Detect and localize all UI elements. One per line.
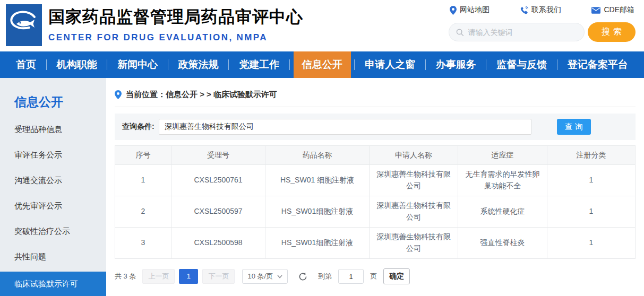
location-pin-icon	[450, 6, 457, 15]
sidebar-item-common-issues[interactable]: 共性问题	[0, 244, 106, 269]
chevron-down-icon	[277, 275, 282, 278]
cell-acceptance-no: CXSL2500761	[171, 165, 265, 196]
nav-item-registration-platform[interactable]: 登记备案平台	[561, 51, 634, 78]
cde-logo-icon	[6, 4, 42, 46]
sidebar-title: 信息公开	[0, 78, 106, 117]
col-header-indication: 适应症	[458, 146, 547, 165]
search-icon	[456, 28, 463, 37]
content: 信息公开 受理品种信息 审评任务公示 沟通交流公示 优先审评公示 突破性治疗公示…	[0, 78, 644, 296]
cell-drug-name: HS_SW01 细胞注射液	[265, 165, 370, 196]
goto-page-label: 到第	[318, 272, 332, 281]
cell-acceptance-no: CXSL2500598	[171, 228, 265, 259]
cell-registration-class: 1	[547, 228, 636, 259]
cell-acceptance-no: CXSL2500597	[171, 196, 265, 228]
prev-page-button[interactable]: 上一页	[142, 269, 175, 284]
nav-item-policy[interactable]: 政策法规	[172, 51, 225, 78]
header-right: 网站地图 联系我们 CDE邮箱 搜索	[449, 5, 636, 42]
sidebar-item-review-tasks[interactable]: 审评任务公示	[0, 142, 106, 168]
sitemap-link[interactable]: 网站地图	[450, 5, 490, 15]
cell-indication: 系统性硬化症	[458, 196, 547, 228]
breadcrumb-text: 当前位置：信息公开 > > 临床试验默示许可	[126, 90, 277, 100]
cell-index: 1	[115, 165, 171, 196]
sidebar-item-breakthrough-therapy[interactable]: 突破性治疗公示	[0, 219, 106, 244]
nav-separator	[107, 59, 107, 70]
query-button[interactable]: 查询	[557, 119, 591, 135]
next-page-button[interactable]: 下一页	[202, 269, 235, 284]
query-label: 查询条件:	[122, 122, 154, 132]
cell-index: 2	[115, 196, 171, 228]
mail-icon	[591, 7, 600, 14]
cell-applicant: 深圳惠善生物科技有限公司	[370, 228, 458, 259]
nav-item-news[interactable]: 新闻中心	[111, 51, 164, 78]
cell-drug-name: HS_SW01细胞注射液	[265, 196, 370, 228]
contact-link-label: 联系我们	[531, 5, 561, 15]
table-row: 1 CXSL2500761 HS_SW01 细胞注射液 深圳惠善生物科技有限公司…	[115, 165, 636, 196]
page-size-value: 10 条/页	[247, 272, 273, 281]
nav-separator	[557, 59, 557, 70]
col-header-index: 序号	[115, 146, 171, 165]
nav-item-services[interactable]: 办事服务	[430, 51, 483, 78]
mailbox-link[interactable]: CDE邮箱	[591, 5, 634, 15]
nav-separator	[486, 59, 486, 70]
nav-item-supervision[interactable]: 监督与反馈	[490, 51, 553, 78]
sidebar: 信息公开 受理品种信息 审评任务公示 沟通交流公示 优先审评公示 突破性治疗公示…	[0, 78, 106, 296]
confirm-button[interactable]: 确定	[383, 268, 410, 284]
col-header-acceptance-no: 受理号	[171, 146, 265, 165]
nav-separator	[289, 59, 290, 70]
header-search: 搜索	[449, 22, 636, 42]
cell-registration-class: 1	[547, 165, 636, 196]
goto-page-input[interactable]	[338, 269, 364, 284]
page-size-select[interactable]: 10 条/页	[242, 269, 288, 284]
nav-item-info-disclosure[interactable]: 信息公开	[294, 51, 351, 78]
page-unit-label: 页	[370, 272, 377, 281]
query-input[interactable]	[159, 119, 531, 135]
pagination: 共 3 条 上一页 1 下一页 10 条/页 到第 页 确定	[115, 268, 636, 284]
nav-item-party[interactable]: 党建工作	[233, 51, 286, 78]
cell-drug-name: HS_SW01细胞注射液	[265, 228, 370, 259]
nav-separator	[228, 59, 229, 70]
search-box[interactable]	[449, 23, 585, 41]
cell-applicant: 深圳惠善生物科技有限公司	[370, 165, 458, 196]
page-1-button[interactable]: 1	[179, 269, 198, 284]
nav-item-functions[interactable]: 机构职能	[50, 51, 104, 78]
site-title-en: CENTER FOR DRUG EVALUATION, NMPA	[48, 32, 303, 43]
refresh-icon	[298, 272, 307, 281]
nav-separator	[354, 59, 355, 70]
pagination-total: 共 3 条	[115, 272, 136, 281]
search-button[interactable]: 搜索	[588, 22, 636, 42]
location-pin-icon	[115, 90, 122, 99]
sidebar-item-priority-review[interactable]: 优先审评公示	[0, 193, 106, 219]
cell-registration-class: 1	[547, 196, 636, 228]
nav-item-home[interactable]: 首页	[10, 51, 42, 78]
col-header-registration-class: 注册分类	[547, 146, 636, 165]
col-header-drug-name: 药品名称	[265, 146, 370, 165]
main-nav: 首页 机构职能 新闻中心 政策法规 党建工作 信息公开 申请人之窗 办事服务 监…	[0, 51, 644, 78]
search-input[interactable]	[468, 28, 577, 37]
cell-index: 3	[115, 228, 171, 259]
cell-indication: 无生育需求的早发性卵巢功能不全	[458, 165, 547, 196]
cell-applicant: 深圳惠善生物科技有限公司	[370, 196, 458, 228]
refresh-button[interactable]	[298, 272, 307, 281]
main-panel: 当前位置：信息公开 > > 临床试验默示许可 查询条件: 查询 序号 受理号 药…	[106, 78, 644, 296]
site-header: 国家药品监督管理局药品审评中心 CENTER FOR DRUG EVALUATI…	[0, 0, 644, 51]
nav-separator	[168, 59, 168, 70]
quick-links: 网站地图 联系我们 CDE邮箱	[449, 5, 636, 15]
nav-separator	[46, 59, 47, 70]
contact-link[interactable]: 联系我们	[520, 5, 561, 15]
site-titles: 国家药品监督管理局药品审评中心 CENTER FOR DRUG EVALUATI…	[48, 6, 303, 43]
nav-separator	[425, 59, 426, 70]
divider	[115, 107, 636, 107]
table-header-row: 序号 受理号 药品名称 申请人名称 适应症 注册分类	[115, 146, 636, 165]
sidebar-item-accepted-varieties[interactable]: 受理品种信息	[0, 117, 106, 142]
breadcrumb: 当前位置：信息公开 > > 临床试验默示许可	[115, 90, 636, 100]
nav-item-applicant-window[interactable]: 申请人之窗	[358, 51, 422, 78]
col-header-applicant: 申请人名称	[370, 146, 458, 165]
site-title-cn: 国家药品监督管理局药品审评中心	[48, 6, 303, 28]
results-table: 序号 受理号 药品名称 申请人名称 适应症 注册分类 1 CXSL2500761…	[115, 145, 636, 259]
sidebar-item-communication[interactable]: 沟通交流公示	[0, 168, 106, 193]
phone-icon	[520, 6, 528, 14]
table-row: 2 CXSL2500597 HS_SW01细胞注射液 深圳惠善生物科技有限公司 …	[115, 196, 636, 228]
sidebar-item-clinical-trial-implied-license[interactable]: 临床试验默示许可	[0, 272, 106, 296]
cell-indication: 强直性脊柱炎	[458, 228, 547, 259]
table-row: 3 CXSL2500598 HS_SW01细胞注射液 深圳惠善生物科技有限公司 …	[115, 228, 636, 259]
